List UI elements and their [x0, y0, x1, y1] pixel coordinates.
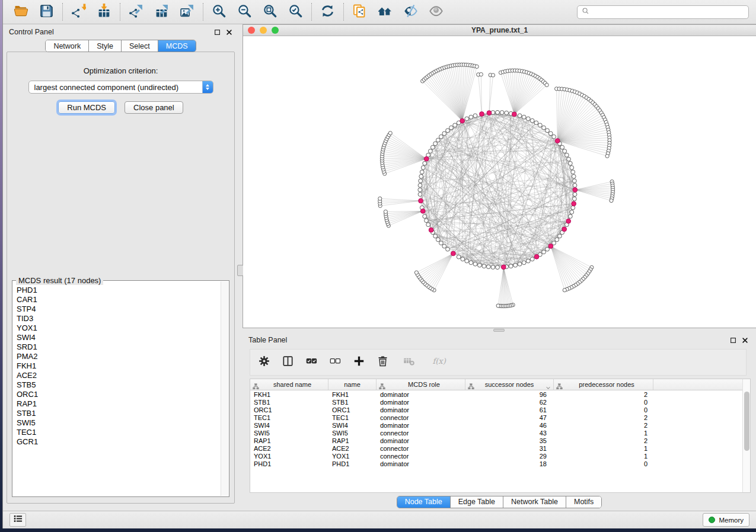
table-row[interactable]: SWI4SWI4dominator462 [250, 421, 750, 429]
column-label: successor nodes [474, 381, 544, 388]
mcds-result-item[interactable]: SWI4 [17, 333, 220, 342]
mcds-result-item[interactable]: STP4 [17, 305, 220, 314]
mcds-result-item[interactable]: PMA2 [17, 352, 220, 361]
table-cell: 46 [465, 421, 554, 429]
table-cell: connector [377, 452, 465, 460]
table-toolbar: f(x) [250, 349, 747, 376]
table-row[interactable]: PHD1PHD1dominator180 [250, 460, 750, 467]
tab-style[interactable]: Style [88, 40, 121, 52]
deselect-all-button[interactable] [329, 355, 342, 370]
open-button[interactable] [13, 4, 29, 20]
mcds-result-item[interactable]: TEC1 [17, 428, 220, 437]
task-history-button[interactable] [9, 513, 26, 527]
tab-motifs[interactable]: Motifs [566, 496, 601, 508]
table-cell: 47 [465, 414, 554, 421]
tab-node-table[interactable]: Node Table [397, 496, 450, 508]
import-network-button[interactable] [71, 4, 87, 20]
hide-details-button[interactable] [403, 4, 419, 20]
table-cell: 0 [554, 406, 653, 414]
table-cell: 43 [465, 429, 554, 437]
mcds-result-item[interactable]: STB1 [17, 409, 220, 418]
column-header-MCDS-role[interactable]: MCDS role [377, 379, 465, 390]
houses-button[interactable] [377, 4, 393, 20]
close-panel-button[interactable]: Close panel [125, 101, 183, 114]
horizontal-splitter[interactable] [243, 328, 756, 332]
columns-button[interactable] [282, 355, 294, 370]
tab-edge-table[interactable]: Edge Table [450, 496, 503, 508]
mcds-result-item[interactable]: TID3 [17, 314, 220, 323]
table-row[interactable]: YOX1YOX1connector291 [250, 452, 750, 460]
close-panel-icon[interactable] [742, 337, 748, 344]
node-table: shared namenameMCDS rolesuccessor nodesp… [250, 379, 751, 493]
optimization-criterion-label: Optimization criterion: [84, 66, 158, 75]
splitter-handle[interactable] [493, 329, 505, 332]
run-mcds-button[interactable]: Run MCDS [58, 101, 115, 114]
mcds-result-item[interactable]: PHD1 [17, 286, 220, 295]
export-network-button[interactable] [128, 4, 144, 20]
mcds-result-item[interactable]: FKH1 [17, 361, 220, 371]
select-all-button[interactable] [305, 355, 318, 370]
mcds-result-item[interactable]: RAP1 [17, 399, 220, 409]
network-window-titlebar[interactable]: YPA_prune.txt_1 [243, 25, 756, 36]
import-table-button[interactable] [96, 4, 112, 20]
network-graph[interactable] [243, 36, 756, 328]
export-image-button[interactable] [179, 4, 195, 20]
zoom-fit-button[interactable] [262, 4, 278, 20]
vertical-splitter[interactable] [238, 24, 243, 511]
criterion-select[interactable]: largest connected component (undirected) [28, 81, 213, 94]
table-row[interactable]: FKH1FKH1dominator962 [250, 390, 750, 398]
table-row[interactable]: ORC1ORC1dominator610 [250, 406, 750, 414]
mcds-result-item[interactable]: GCR1 [17, 437, 220, 447]
column-header-predecessor-nodes[interactable]: predecessor nodes [554, 379, 653, 390]
mcds-list-scrollbar[interactable] [221, 281, 228, 496]
table-row[interactable]: RAP1RAP1dominator352 [250, 437, 750, 444]
table-row[interactable]: TEC1TEC1connector472 [250, 414, 750, 421]
table-cell: connector [377, 429, 465, 437]
column-header-successor-nodes[interactable]: successor nodes [465, 379, 554, 390]
column-header-name[interactable]: name [328, 379, 377, 390]
save-button[interactable] [39, 4, 55, 20]
table-scrollbar[interactable] [742, 379, 750, 492]
zoom-selected-button[interactable] [288, 4, 304, 20]
show-details-button[interactable] [428, 4, 444, 20]
delete-button[interactable] [377, 355, 389, 370]
gear-icon [258, 355, 270, 370]
tab-select[interactable]: Select [121, 40, 158, 52]
memory-button[interactable]: Memory [703, 513, 749, 527]
table-cell: connector [377, 414, 465, 421]
table-row[interactable]: ACE2ACE2connector311 [250, 444, 750, 452]
mcds-result-item[interactable]: SRD1 [17, 342, 220, 352]
network-canvas[interactable] [243, 36, 756, 328]
table-cell: SWI4 [328, 421, 377, 429]
mcds-result-list[interactable]: PHD1CAR1STP4TID3YOX1SWI4SRD1PMA2FKH1ACE2… [13, 281, 220, 496]
float-panel-icon[interactable] [214, 29, 221, 36]
search-box[interactable] [577, 5, 749, 19]
mcds-result-item[interactable]: YOX1 [17, 323, 220, 333]
column-header-shared-name[interactable]: shared name [250, 379, 328, 390]
scrollbar-thumb[interactable] [744, 392, 749, 451]
table-cell: 96 [465, 390, 554, 398]
clone-network-button[interactable] [352, 4, 368, 20]
tab-network-table[interactable]: Network Table [503, 496, 566, 508]
control-panel: Control Panel NetworkStyleSelectMCDS Opt… [3, 24, 238, 511]
table-row[interactable]: STB1STB1dominator620 [250, 398, 750, 406]
search-input[interactable] [590, 7, 745, 18]
table-row[interactable]: SWI5SWI5connector431 [250, 429, 750, 437]
gear-button[interactable] [258, 355, 270, 370]
table-cell: TEC1 [328, 414, 377, 421]
add-button[interactable] [353, 355, 365, 370]
table-cell: SWI5 [328, 429, 377, 437]
mcds-result-item[interactable]: ORC1 [17, 390, 220, 399]
float-panel-icon[interactable] [730, 337, 736, 344]
mcds-result-item[interactable]: SWI5 [17, 418, 220, 428]
mcds-result-item[interactable]: ACE2 [17, 371, 220, 380]
mcds-result-item[interactable]: STB5 [17, 380, 220, 390]
zoom-in-button[interactable] [211, 4, 227, 20]
zoom-out-button[interactable] [237, 4, 253, 20]
mcds-result-item[interactable]: CAR1 [17, 295, 220, 305]
tab-mcds[interactable]: MCDS [158, 40, 196, 52]
tab-network[interactable]: Network [46, 40, 88, 52]
export-table-button[interactable] [154, 4, 170, 20]
refresh-button[interactable] [320, 4, 336, 20]
close-panel-icon[interactable] [226, 29, 232, 36]
